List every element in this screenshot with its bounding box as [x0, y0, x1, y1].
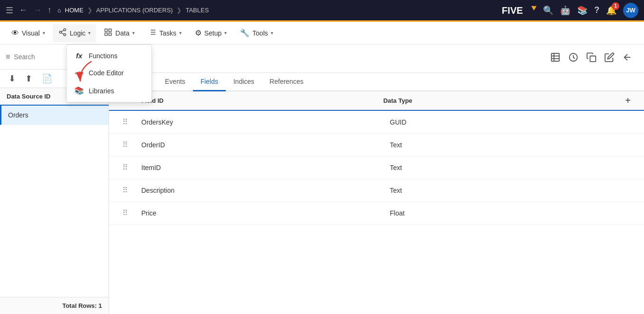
td-data-type-3: Text	[386, 158, 635, 177]
td-drag-4[interactable]: ⠿	[119, 180, 138, 200]
visual-icon: 👁	[11, 29, 19, 37]
libraries-icon: 📚	[74, 86, 84, 95]
td-field-id-3: ItemID	[138, 158, 386, 177]
breadcrumb-tables[interactable]: TABLES	[185, 7, 209, 14]
drag-handle-icon[interactable]: ⠿	[122, 209, 128, 217]
code-editor-icon: </>	[74, 70, 84, 77]
th-field-id: Field ID	[138, 91, 379, 110]
drag-handle-icon[interactable]: ⠿	[122, 163, 128, 171]
svg-rect-8	[109, 29, 111, 31]
forward-icon[interactable]: →	[33, 5, 42, 15]
copy-icon[interactable]	[584, 50, 598, 67]
setup-icon: ⚙	[195, 28, 202, 37]
drag-handle-icon[interactable]: ⠿	[122, 186, 128, 194]
dropdown-libraries[interactable]: 📚 Libraries	[67, 81, 151, 100]
svg-rect-7	[105, 29, 108, 31]
logic-icon	[58, 28, 67, 38]
robot-icon[interactable]: 🤖	[560, 5, 570, 16]
upload-icon[interactable]: ⬆	[22, 72, 35, 85]
right-panel: Orders	[109, 45, 644, 314]
td-drag-2[interactable]: ⠿	[119, 135, 138, 155]
data-chevron-icon: ▾	[132, 30, 135, 36]
svg-rect-18	[552, 54, 560, 62]
up-icon[interactable]: ↑	[47, 5, 52, 15]
total-rows: Total Rows: 1	[0, 297, 109, 314]
td-field-id-2: OrderID	[138, 135, 386, 154]
home-icon: ⌂	[57, 7, 61, 14]
table-row: ⠿ OrdersKey GUID	[109, 111, 644, 134]
list-item[interactable]: Orders	[0, 106, 109, 125]
dropdown-functions[interactable]: fx Functions	[67, 47, 151, 64]
nav-tasks-label: Tasks	[159, 29, 176, 37]
svg-text:FIVE: FIVE	[502, 5, 523, 16]
drag-handle-icon[interactable]: ⠿	[122, 118, 128, 126]
notification-bell-icon[interactable]: 🔔 1	[606, 5, 616, 16]
back-icon[interactable]: ←	[19, 5, 28, 15]
td-drag-1[interactable]: ⠿	[119, 112, 138, 132]
breadcrumb-orders[interactable]: APPLICATIONS (ORDERS)	[96, 7, 173, 14]
dropdown-code-editor[interactable]: </> Code Editor	[67, 64, 151, 81]
back-panel-icon[interactable]	[620, 50, 635, 67]
td-drag-3[interactable]: ⠿	[119, 157, 138, 178]
avatar[interactable]: JW	[623, 3, 638, 18]
table-row: ⠿ Price Float	[109, 202, 644, 224]
tools-icon: 🔧	[240, 28, 249, 37]
add-field-button[interactable]: +	[621, 91, 635, 110]
td-drag-5[interactable]: ⠿	[119, 203, 138, 223]
tab-indices[interactable]: Indices	[226, 73, 262, 91]
document-icon[interactable]: 📄	[39, 72, 55, 85]
download-icon[interactable]: ⬇	[6, 72, 18, 85]
td-data-type-1: GUID	[386, 113, 635, 132]
functions-icon: fx	[74, 52, 84, 60]
help-icon[interactable]: ?	[594, 5, 599, 15]
nav-data-label: Data	[115, 29, 129, 37]
svg-point-3	[59, 31, 62, 33]
svg-rect-10	[109, 33, 111, 35]
table-view-icon[interactable]	[548, 50, 562, 67]
breadcrumb-sep-1: ❯	[87, 7, 92, 14]
panel-actions	[548, 50, 635, 72]
table-row: ⠿ Description Text	[109, 179, 644, 202]
tab-events[interactable]: Events	[157, 73, 193, 91]
dropdown-code-editor-label: Code Editor	[89, 69, 124, 77]
nav-visual-label: Visual	[22, 29, 40, 37]
filter-icon: ≡	[6, 53, 10, 61]
logic-dropdown: fx Functions </> Code Editor 📚 Libraries	[66, 45, 152, 102]
td-field-id-4: Description	[138, 181, 386, 200]
setup-chevron-icon: ▾	[224, 30, 227, 36]
td-data-type-5: Float	[386, 204, 635, 223]
logic-chevron-icon: ▾	[88, 30, 91, 36]
nav-logic[interactable]: Logic ▾	[53, 24, 96, 42]
tools-chevron-icon: ▾	[271, 30, 273, 36]
books-icon[interactable]: 📚	[577, 5, 588, 16]
top-nav: ☰ ← → ↑ ⌂ HOME ❯ APPLICATIONS (ORDERS) ❯…	[0, 0, 644, 22]
notification-badge: 1	[612, 2, 619, 10]
table-row: ⠿ ItemID Text	[109, 156, 644, 179]
svg-point-2	[64, 28, 66, 31]
nav-logic-label: Logic	[70, 29, 85, 37]
drag-handle-icon[interactable]: ⠿	[122, 141, 128, 149]
nav-tools[interactable]: 🔧 Tools ▾	[234, 25, 279, 41]
search-magnify-icon[interactable]: 🔍	[543, 5, 553, 16]
svg-rect-23	[590, 56, 596, 62]
menu-icon[interactable]: ☰	[6, 5, 13, 16]
nav-setup-label: Setup	[204, 29, 222, 37]
nav-tasks[interactable]: Tasks ▾	[142, 24, 187, 42]
breadcrumb: ⌂ HOME ❯ APPLICATIONS (ORDERS) ❯ TABLES	[57, 7, 209, 14]
nav-setup[interactable]: ⚙ Setup ▾	[189, 25, 233, 41]
tabs-row: General Events Fields Indices References	[109, 73, 644, 91]
tasks-icon	[148, 28, 156, 38]
nav-visual[interactable]: 👁 Visual ▾	[6, 25, 51, 41]
tab-fields[interactable]: Fields	[193, 73, 226, 91]
second-nav: 👁 Visual ▾ Logic ▾ Data ▾	[0, 22, 644, 45]
td-field-id-1: OrdersKey	[138, 113, 386, 132]
breadcrumb-home[interactable]: HOME	[65, 7, 83, 14]
right-panel-header: Orders	[109, 45, 644, 73]
tab-references[interactable]: References	[262, 73, 311, 91]
svg-marker-1	[531, 6, 536, 10]
edit-icon[interactable]	[602, 50, 616, 67]
nav-data[interactable]: Data ▾	[98, 24, 140, 42]
history-icon[interactable]	[566, 50, 580, 67]
svg-point-4	[64, 34, 66, 36]
dropdown-functions-label: Functions	[89, 52, 118, 60]
